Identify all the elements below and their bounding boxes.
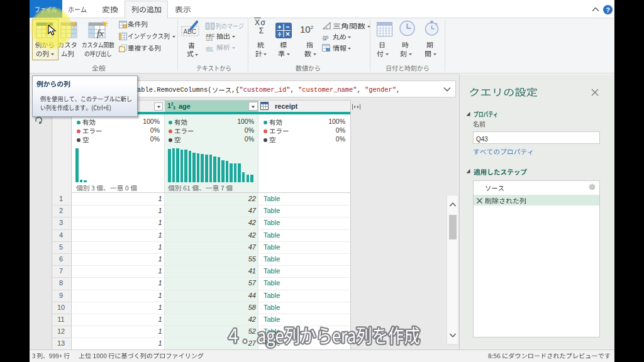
svg-text:fx: fx (97, 28, 104, 38)
svg-text:abc: abc (206, 46, 213, 50)
svg-text:?: ? (606, 6, 610, 14)
svg-text:.00: .00 (321, 35, 329, 40)
svg-text:123: 123 (206, 37, 213, 41)
